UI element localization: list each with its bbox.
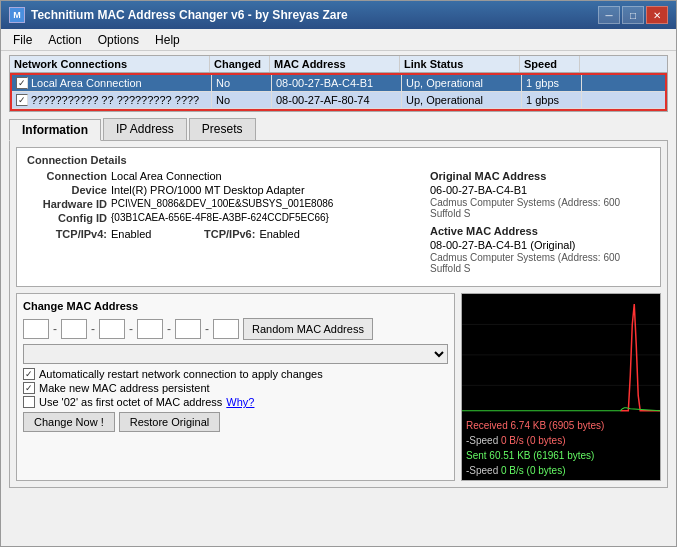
- graph-canvas: [462, 294, 660, 416]
- first-octet-label: Use '02' as first octet of MAC address: [39, 396, 222, 408]
- details-grid: Connection Local Area Connection Device …: [27, 170, 650, 280]
- mac-field-4[interactable]: [137, 319, 163, 339]
- checkbox1-row: Automatically restart network connection…: [23, 368, 448, 380]
- mac-combo[interactable]: [23, 344, 448, 364]
- change-now-button[interactable]: Change Now !: [23, 412, 115, 432]
- persistent-checkbox[interactable]: [23, 382, 35, 394]
- menu-action[interactable]: Action: [40, 31, 89, 48]
- tab-presets[interactable]: Presets: [189, 118, 256, 140]
- tcpipv4-label: TCP/IPv4:: [27, 228, 107, 240]
- window-title: Technitium MAC Address Changer v6 - by S…: [31, 8, 348, 22]
- table-row[interactable]: Local Area Connection No 08-00-27-BA-C4-…: [12, 75, 665, 92]
- mac-field-3[interactable]: [99, 319, 125, 339]
- checkbox3-row: Use '02' as first octet of MAC address W…: [23, 396, 448, 408]
- title-bar: M Technitium MAC Address Changer v6 - by…: [1, 1, 676, 29]
- received-speed-value: 0 B/s (0 bytes): [501, 435, 565, 446]
- config-id-label: Config ID: [27, 212, 107, 224]
- hardware-id-label: Hardware ID: [27, 198, 107, 210]
- hardware-id-value: PCI\VEN_8086&DEV_100E&SUBSYS_001E8086: [111, 198, 333, 210]
- tab-information[interactable]: Information: [9, 119, 101, 141]
- graph-area: Received 6.74 KB (6905 bytes) -Speed 0 B…: [461, 293, 661, 481]
- device-value: Intel(R) PRO/1000 MT Desktop Adapter: [111, 184, 305, 196]
- app-icon: M: [9, 7, 25, 23]
- mac-field-1[interactable]: [23, 319, 49, 339]
- received-speed-label: -Speed: [466, 435, 501, 446]
- config-id-value: {03B1CAEA-656E-4F8E-A3BF-624CCDF5EC66}: [111, 212, 329, 224]
- row1-checkbox[interactable]: [16, 77, 28, 89]
- mac-field-2[interactable]: [61, 319, 87, 339]
- row1-name: Local Area Connection: [31, 77, 142, 89]
- restore-original-button[interactable]: Restore Original: [119, 412, 220, 432]
- menu-options[interactable]: Options: [90, 31, 147, 48]
- network-table: Network Connections Changed MAC Address …: [9, 55, 668, 112]
- row1-speed: 1 gbps: [522, 75, 582, 91]
- tab-ip-address[interactable]: IP Address: [103, 118, 187, 140]
- table-row[interactable]: ??????????? ?? ????????? ???? No 08-00-2…: [12, 92, 665, 109]
- tabs-area: Information IP Address Presets Connectio…: [9, 118, 668, 488]
- row1-name-cell: Local Area Connection: [12, 75, 212, 91]
- sent-kb: 60.51 KB (61961 bytes): [489, 450, 594, 461]
- tab-list: Information IP Address Presets: [9, 118, 668, 140]
- auto-restart-label: Automatically restart network connection…: [39, 368, 323, 380]
- row2-mac: 08-00-27-AF-80-74: [272, 92, 402, 108]
- original-mac-title: Original MAC Address: [430, 170, 650, 182]
- bottom-area: Change MAC Address - - - - - Random MAC: [16, 293, 661, 481]
- network-rows-container: Local Area Connection No 08-00-27-BA-C4-…: [10, 73, 667, 111]
- col-speed: Speed: [520, 56, 580, 72]
- received-stats: Received 6.74 KB (6905 bytes): [466, 418, 656, 433]
- mac-field-6[interactable]: [213, 319, 239, 339]
- close-button[interactable]: ✕: [646, 6, 668, 24]
- connection-label: Connection: [27, 170, 107, 182]
- connection-value: Local Area Connection: [111, 170, 222, 182]
- col-mac: MAC Address: [270, 56, 400, 72]
- persistent-label: Make new MAC address persistent: [39, 382, 210, 394]
- row1-mac: 08-00-27-BA-C4-B1: [272, 75, 402, 91]
- row2-checkbox[interactable]: [16, 94, 28, 106]
- mac-field-5[interactable]: [175, 319, 201, 339]
- active-mac-value: 08-00-27-BA-C4-B1 (Original): [430, 239, 650, 251]
- tcpipv6-label: TCP/IPv6:: [175, 228, 255, 240]
- row2-name: ??????????? ?? ????????? ????: [31, 94, 199, 106]
- connection-details-section: Connection Details Connection Local Area…: [16, 147, 661, 287]
- row2-speed: 1 gbps: [522, 92, 582, 108]
- graph-svg: [462, 294, 660, 416]
- original-mac-company: Cadmus Computer Systems (Address: 600 Su…: [430, 197, 650, 219]
- original-mac-value: 06-00-27-BA-C4-B1: [430, 184, 650, 196]
- tab-content: Connection Details Connection Local Area…: [9, 140, 668, 488]
- change-mac-section: Change MAC Address - - - - - Random MAC: [16, 293, 455, 481]
- device-label: Device: [27, 184, 107, 196]
- sent-label: Sent: [466, 450, 487, 461]
- active-mac-title: Active MAC Address: [430, 225, 650, 237]
- minimize-button[interactable]: ─: [598, 6, 620, 24]
- dash-2: -: [91, 322, 95, 336]
- tcpipv6-value: Enabled: [259, 228, 299, 240]
- row2-changed: No: [212, 92, 272, 108]
- title-bar-left: M Technitium MAC Address Changer v6 - by…: [9, 7, 348, 23]
- title-bar-controls: ─ □ ✕: [598, 6, 668, 24]
- auto-restart-checkbox[interactable]: [23, 368, 35, 380]
- hardware-id-row: Hardware ID PCI\VEN_8086&DEV_100E&SUBSYS…: [27, 198, 410, 210]
- sent-speed-value: 0 B/s (0 bytes): [501, 465, 565, 476]
- row2-name-cell: ??????????? ?? ????????? ????: [12, 92, 212, 108]
- menu-file[interactable]: File: [5, 31, 40, 48]
- row1-status: Up, Operational: [402, 75, 522, 91]
- sent-speed-label: -Speed: [466, 465, 501, 476]
- row2-status: Up, Operational: [402, 92, 522, 108]
- row1-changed: No: [212, 75, 272, 91]
- received-speed-row: -Speed 0 B/s (0 bytes): [466, 433, 656, 448]
- mac-fields: - - - - - Random MAC Address: [23, 318, 448, 340]
- change-mac-title: Change MAC Address: [23, 300, 448, 312]
- active-mac-company: Cadmus Computer Systems (Address: 600 Su…: [430, 252, 650, 274]
- why-link[interactable]: Why?: [226, 396, 254, 408]
- tcpipv4-value: Enabled: [111, 228, 151, 240]
- random-mac-button[interactable]: Random MAC Address: [243, 318, 373, 340]
- received-label: Received: [466, 420, 508, 431]
- menu-help[interactable]: Help: [147, 31, 188, 48]
- dash-4: -: [167, 322, 171, 336]
- dash-5: -: [205, 322, 209, 336]
- first-octet-checkbox[interactable]: [23, 396, 35, 408]
- col-changed: Changed: [210, 56, 270, 72]
- connection-row: Connection Local Area Connection: [27, 170, 410, 182]
- config-id-row: Config ID {03B1CAEA-656E-4F8E-A3BF-624CC…: [27, 212, 410, 224]
- maximize-button[interactable]: □: [622, 6, 644, 24]
